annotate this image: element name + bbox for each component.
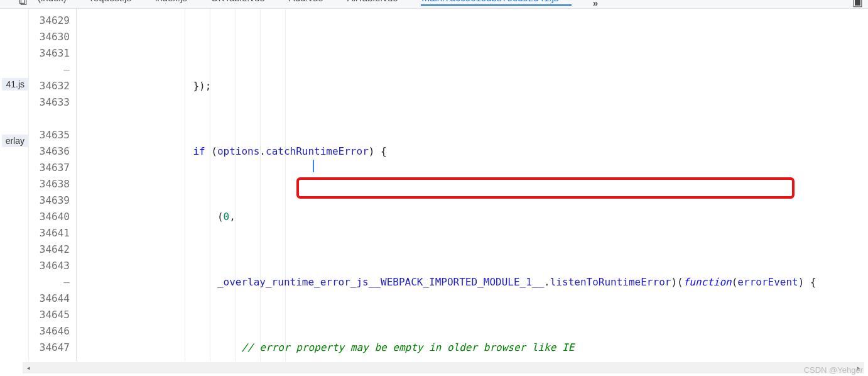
line-number: 34631 xyxy=(29,45,70,62)
scroll-left-icon[interactable]: ◂ xyxy=(23,362,34,373)
tab-index-js[interactable]: index.js xyxy=(154,0,188,4)
tab-add-vue[interactable]: Add.vue xyxy=(288,0,325,4)
code-area[interactable]: }); if (options.catchRuntimeError) { (0,… xyxy=(77,9,868,361)
line-number: 34632 xyxy=(29,78,70,94)
line-number: 34645 xyxy=(29,307,70,323)
line-number: 34629 xyxy=(29,13,70,29)
tab-oktable-vue[interactable]: OKTable.vue xyxy=(210,0,266,4)
line-number: – xyxy=(29,274,70,290)
tab-main-bundle-js[interactable]: main.7a6c0010db8700d92d41.js × xyxy=(421,0,572,4)
line-number: 34641 xyxy=(29,225,70,241)
line-number: 34640 xyxy=(29,209,70,225)
code-line: // error property may be empty in older … xyxy=(77,340,868,356)
code-line: }); xyxy=(77,78,868,94)
toggle-panel-icon[interactable]: ▣ xyxy=(852,0,863,9)
line-number: 34633 xyxy=(29,94,70,111)
tab-bar: ⧉ (index) request.js index.js OKTable.vu… xyxy=(0,0,868,9)
line-number: 34644 xyxy=(29,290,70,307)
tab-alltable-vue[interactable]: AllTable.vue xyxy=(346,0,399,4)
editor-workspace: 41.js erlay 34629 34630 34631 – 34632 34… xyxy=(0,9,868,361)
line-number: 34647 xyxy=(29,340,70,356)
left-rail: 41.js erlay xyxy=(0,9,29,361)
file-badge-2[interactable]: erlay xyxy=(2,135,28,147)
line-number: 34642 xyxy=(29,241,70,258)
watermark-text: CSDN @Yehger xyxy=(804,365,863,375)
scroll-track[interactable] xyxy=(34,362,853,373)
annotation-highlight-box xyxy=(296,177,795,199)
tab-request-js[interactable]: request.js xyxy=(89,0,133,4)
code-line: (0, xyxy=(77,209,868,225)
tab-label: main.7a6c0010db8700d92d41.js xyxy=(422,0,559,3)
page-resources-icon[interactable]: ⧉ xyxy=(19,0,27,8)
code-line: if (options.catchRuntimeError) { xyxy=(77,143,868,160)
line-number-gutter[interactable]: 34629 34630 34631 – 34632 34633 34635 34… xyxy=(29,9,77,361)
line-number: 34639 xyxy=(29,192,70,209)
line-number: 34646 xyxy=(29,323,70,340)
overflow-tabs-icon[interactable]: » xyxy=(593,0,598,8)
close-icon[interactable]: × xyxy=(565,0,570,3)
line-number: 34630 xyxy=(29,29,70,45)
line-number: 34635 xyxy=(29,127,70,143)
line-number: 34636 xyxy=(29,143,70,160)
line-number: 34638 xyxy=(29,176,70,192)
tab-index[interactable]: (index) xyxy=(36,0,68,4)
line-number xyxy=(29,111,70,127)
text-cursor xyxy=(313,160,314,172)
line-number: – xyxy=(29,62,70,78)
line-number: 34637 xyxy=(29,160,70,176)
file-badge-1[interactable]: 41.js xyxy=(2,78,28,91)
line-number: 34643 xyxy=(29,258,70,274)
code-line: _overlay_runtime_error_js__WEBPACK_IMPOR… xyxy=(77,274,868,290)
horizontal-scrollbar[interactable]: ◂ ▸ xyxy=(23,362,864,373)
